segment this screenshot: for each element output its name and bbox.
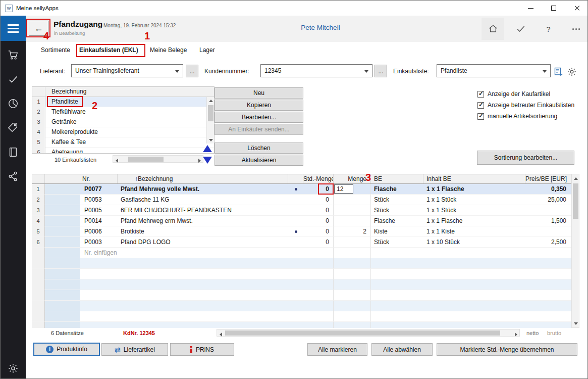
scroll-down-icon[interactable] xyxy=(572,320,579,327)
cell-std-menge[interactable]: 0 xyxy=(303,205,334,216)
column-header-bezeichnung[interactable]: ↑Bezeichnung xyxy=(118,174,288,183)
back-button[interactable] xyxy=(29,21,48,36)
cell-marker[interactable] xyxy=(45,226,80,237)
cell-menge[interactable]: 2 xyxy=(334,226,371,237)
scroll-up-icon[interactable] xyxy=(572,175,579,182)
cell-menge[interactable] xyxy=(334,237,371,248)
einkaufsliste-dropdown[interactable]: Pfandliste xyxy=(437,64,551,77)
export-list-icon[interactable] xyxy=(553,66,565,78)
checkbox[interactable] xyxy=(477,113,484,120)
cell-menge[interactable] xyxy=(334,269,371,279)
table-row[interactable] xyxy=(32,301,571,311)
list-item-label[interactable]: Pfandliste xyxy=(45,97,214,107)
std-menge-uebernehmen-button[interactable]: Markierte Std.-Menge übernehmen xyxy=(437,343,577,356)
alle-abwaehlen-button[interactable]: Alle abwählen xyxy=(371,343,433,356)
column-header-preis[interactable]: Preis/BE [EUR] xyxy=(525,174,571,183)
scroll-left-icon[interactable] xyxy=(113,157,121,164)
pie-chart-icon[interactable] xyxy=(7,98,19,110)
cell-marker[interactable] xyxy=(45,290,80,301)
list-bezeichnung-header[interactable]: Bezeichnung xyxy=(45,87,214,97)
prins-button[interactable]: PRiNS xyxy=(170,343,234,356)
action-button[interactable]: Bearbeiten... xyxy=(215,112,303,123)
minimize-button[interactable] xyxy=(519,1,542,16)
column-header-inhalt-be[interactable]: Inhalt BE xyxy=(423,174,525,183)
tab-meine-belege[interactable]: Meine Belege xyxy=(150,42,187,59)
kundennummer-dropdown[interactable]: 12345 xyxy=(260,64,372,77)
list-item-label[interactable]: Kaffee & Tee xyxy=(45,137,214,148)
cell-marker[interactable] xyxy=(45,322,80,328)
netto-toggle[interactable]: netto xyxy=(526,330,539,336)
cell-marker[interactable] xyxy=(45,205,80,216)
cell-std-menge[interactable]: 0 xyxy=(303,226,334,237)
column-header-be[interactable]: BE xyxy=(371,174,423,183)
cell-marker[interactable] xyxy=(45,216,80,226)
action-button[interactable]: Kopieren xyxy=(215,100,303,111)
cell-marker[interactable] xyxy=(45,279,80,290)
cell-menge[interactable] xyxy=(334,258,371,269)
tab-sortimente[interactable]: Sortimente xyxy=(41,42,70,59)
list-item[interactable]: 4 Molkereiprodukte xyxy=(32,127,214,137)
action-button[interactable]: Löschen xyxy=(215,143,303,154)
list-item-label[interactable]: Abetreuung xyxy=(45,148,214,154)
list-item[interactable]: 1 Pfandliste xyxy=(32,97,214,107)
table-row[interactable] xyxy=(32,322,571,328)
cell-menge[interactable]: 12 xyxy=(334,184,371,195)
cell-marker[interactable] xyxy=(45,184,80,195)
settings-gear-icon[interactable] xyxy=(7,362,19,374)
tab-lager[interactable]: Lager xyxy=(199,42,215,59)
list-item-label[interactable]: Tiefkühlware xyxy=(45,107,214,117)
cell-menge[interactable] xyxy=(334,195,371,205)
produktinfo-button[interactable]: Produktinfo xyxy=(33,343,100,356)
list-settings-gear-icon[interactable] xyxy=(566,66,578,78)
more-options-icon[interactable] xyxy=(565,18,587,40)
checkbox-row[interactable]: Anzeige betreuter Einkaufslisten xyxy=(477,100,574,111)
cell-marker[interactable] xyxy=(45,311,80,322)
cell-std-menge[interactable] xyxy=(303,290,334,301)
table-row[interactable]: 3 P0005 6ER MILCH/JOGHURT- PFANDKASTEN 0… xyxy=(32,205,571,216)
move-item-up-button[interactable] xyxy=(202,143,213,154)
checkbox[interactable] xyxy=(477,102,484,109)
check-icon[interactable] xyxy=(7,73,19,85)
list-item[interactable]: 2 Tiefkühlware xyxy=(32,107,214,117)
action-button[interactable]: Aktualisieren xyxy=(215,155,303,166)
list-item-label[interactable]: Molkereiprodukte xyxy=(45,127,214,137)
checkbox-row[interactable]: Anzeige der Kaufartikel xyxy=(477,88,574,100)
journal-icon[interactable] xyxy=(7,146,19,158)
action-button[interactable]: An Einkäufer senden... xyxy=(215,124,303,135)
cell-std-menge[interactable]: 0 xyxy=(303,216,334,226)
table-row[interactable] xyxy=(32,279,571,290)
checkbox-row[interactable]: manuelle Artikelsortierung xyxy=(477,111,574,122)
insert-row-placeholder[interactable]: Nr. einfügen xyxy=(80,248,118,258)
scroll-right-icon[interactable] xyxy=(512,331,520,338)
cell-std-menge[interactable]: 0 xyxy=(303,195,334,205)
close-button[interactable] xyxy=(565,1,588,16)
cell-std-menge[interactable] xyxy=(303,322,334,328)
column-header-nr[interactable]: Nr. xyxy=(80,174,118,183)
cell-std-menge[interactable] xyxy=(303,301,334,311)
cell-std-menge[interactable] xyxy=(303,258,334,269)
cell-marker[interactable] xyxy=(45,258,80,269)
cell-marker[interactable] xyxy=(45,195,80,205)
cell-marker[interactable] xyxy=(45,269,80,279)
tag-icon[interactable] xyxy=(7,122,19,134)
cell-menge[interactable] xyxy=(334,311,371,322)
maximize-button[interactable] xyxy=(542,1,565,16)
cell-std-menge[interactable]: 0 xyxy=(303,184,334,195)
table-row[interactable]: 5 P0006 Brotkiste 0 2 Kiste 1 x 1 Kiste xyxy=(32,226,571,237)
list-horizontal-scrollbar[interactable] xyxy=(113,155,203,163)
cell-std-menge[interactable] xyxy=(303,269,334,279)
column-header-menge[interactable]: Menge xyxy=(334,174,371,183)
scrollbar-thumb[interactable] xyxy=(225,330,500,336)
list-vertical-scrollbar[interactable] xyxy=(206,97,214,144)
cart-icon[interactable] xyxy=(7,49,19,61)
lieferant-dropdown[interactable]: Unser Trainingslieferant xyxy=(71,64,183,77)
list-item[interactable]: 5 Kaffee & Tee xyxy=(32,137,214,148)
cell-menge[interactable] xyxy=(334,216,371,226)
list-item[interactable]: 6 Abetreuung xyxy=(32,148,214,154)
cell-menge[interactable] xyxy=(334,301,371,311)
action-button[interactable]: Neu xyxy=(215,87,303,99)
table-row[interactable] xyxy=(32,311,571,322)
cell-menge[interactable] xyxy=(334,279,371,290)
kundennummer-more-button[interactable]: ... xyxy=(375,65,387,77)
table-row[interactable] xyxy=(32,290,571,301)
